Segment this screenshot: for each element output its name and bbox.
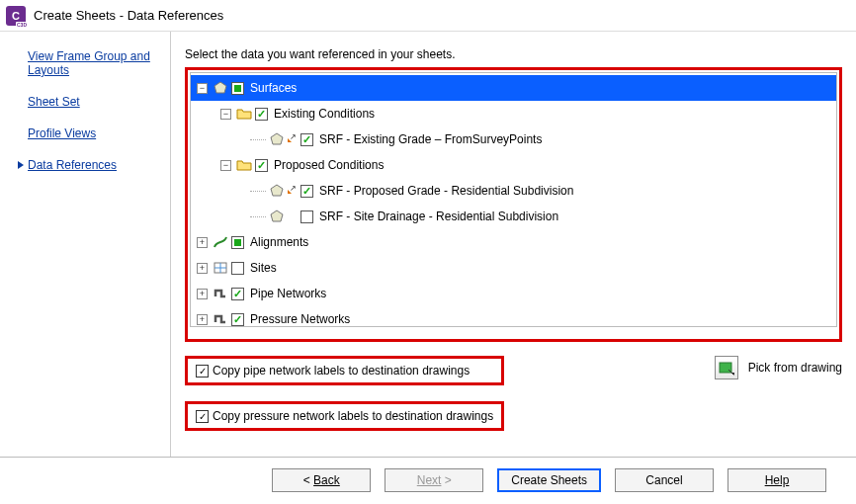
- cancel-button[interactable]: Cancel: [615, 468, 714, 492]
- pipe-network-icon: [212, 285, 229, 302]
- wizard-sidebar: View Frame Group and Layouts Sheet Set P…: [0, 32, 170, 457]
- svg-marker-2: [271, 185, 283, 196]
- tree-node-pressure-networks[interactable]: + Pressure Networks: [191, 306, 836, 327]
- tree-node-surfaces[interactable]: − Surfaces: [191, 75, 836, 101]
- option-label: Copy pressure network labels to destinat…: [213, 409, 493, 423]
- surface-icon: [268, 130, 286, 148]
- shortcut-ref-icon: [288, 134, 298, 144]
- nav-data-references[interactable]: Data References: [18, 158, 160, 172]
- tree-node-srf-existing-grade[interactable]: SRF - Existing Grade – FromSurveyPoints: [191, 126, 836, 152]
- surface-icon: [268, 208, 286, 225]
- wizard-footer: < Back Next > Create Sheets Cancel Help: [0, 457, 856, 502]
- window-title: Create Sheets - Data References: [34, 8, 223, 23]
- expand-toggle[interactable]: +: [197, 289, 208, 299]
- node-label: Surfaces: [250, 81, 297, 95]
- node-label: SRF - Proposed Grade - Residential Subdi…: [319, 184, 573, 198]
- svg-marker-1: [271, 133, 283, 144]
- folder-icon: [235, 105, 253, 123]
- tree-node-sites[interactable]: + Sites: [191, 255, 836, 281]
- nav-view-frame-group[interactable]: View Frame Group and Layouts: [18, 49, 160, 77]
- surface-icon: [212, 79, 229, 97]
- tree-node-srf-proposed-grade[interactable]: SRF - Proposed Grade - Residential Subdi…: [191, 178, 836, 204]
- sites-icon: [212, 259, 229, 277]
- checkbox-pipe-networks[interactable]: [231, 288, 244, 300]
- next-button: Next >: [385, 468, 483, 492]
- tree-node-proposed-conditions[interactable]: − Proposed Conditions: [191, 152, 836, 178]
- nav-sheet-set[interactable]: Sheet Set: [18, 95, 160, 109]
- collapse-toggle[interactable]: −: [220, 109, 231, 120]
- checkbox-pressure-networks[interactable]: [231, 313, 244, 326]
- pick-label: Pick from drawing: [748, 361, 842, 375]
- tree-node-srf-site-drainage[interactable]: SRF - Site Drainage - Residential Subdiv…: [191, 204, 836, 229]
- checkbox-surfaces[interactable]: [231, 82, 244, 95]
- checkbox-srf-drainage[interactable]: [300, 210, 313, 223]
- title-bar: C Create Sheets - Data References: [0, 0, 856, 32]
- surface-icon: [268, 182, 286, 200]
- alignment-icon: [212, 233, 229, 251]
- copy-pressure-labels-option[interactable]: ✓ Copy pressure network labels to destin…: [190, 406, 499, 426]
- checkbox-sites[interactable]: [231, 262, 244, 275]
- node-label: Existing Conditions: [274, 107, 375, 121]
- expand-toggle[interactable]: +: [197, 263, 208, 274]
- node-label: Sites: [250, 261, 277, 275]
- checkbox-existing[interactable]: [255, 108, 268, 121]
- node-label: SRF - Site Drainage - Residential Subdiv…: [319, 210, 558, 223]
- pick-from-drawing-icon[interactable]: [715, 356, 738, 379]
- tree-node-existing-conditions[interactable]: − Existing Conditions: [191, 101, 836, 126]
- svg-marker-0: [214, 82, 226, 93]
- main-area: View Frame Group and Layouts Sheet Set P…: [0, 32, 856, 457]
- nav-label: View Frame Group and Layouts: [28, 49, 160, 77]
- nav-label: Profile Views: [28, 126, 96, 140]
- data-tree[interactable]: − Surfaces − Existing Conditions: [190, 72, 837, 327]
- expand-toggle[interactable]: +: [197, 314, 208, 325]
- create-sheets-button[interactable]: Create Sheets: [497, 468, 601, 492]
- copy-pipe-labels-option[interactable]: ✓ Copy pipe network labels to destinatio…: [190, 361, 475, 380]
- checkbox-srf-proposed[interactable]: [300, 185, 313, 198]
- nav-profile-views[interactable]: Profile Views: [18, 126, 160, 140]
- node-label: Pressure Networks: [250, 312, 350, 326]
- checkbox-proposed[interactable]: [255, 159, 268, 172]
- highlight-box-copy-pressure: ✓ Copy pressure network labels to destin…: [185, 401, 504, 431]
- help-button[interactable]: Help: [728, 468, 826, 492]
- folder-icon: [235, 156, 253, 174]
- back-button[interactable]: < Back: [272, 468, 371, 492]
- node-label: Alignments: [250, 235, 308, 249]
- pick-from-drawing[interactable]: Pick from drawing: [715, 356, 842, 379]
- checkbox-copy-pipe[interactable]: ✓: [196, 365, 209, 378]
- checkbox-alignments[interactable]: [231, 236, 244, 249]
- checkbox-srf-existing[interactable]: [300, 133, 313, 146]
- svg-marker-3: [271, 210, 283, 221]
- collapse-toggle[interactable]: −: [220, 160, 231, 171]
- nav-label: Data References: [28, 158, 117, 172]
- nav-label: Sheet Set: [28, 95, 80, 109]
- shortcut-ref-icon: [288, 186, 298, 196]
- highlight-box-copy-pipe: ✓ Copy pipe network labels to destinatio…: [185, 356, 504, 385]
- option-label: Copy pipe network labels to destination …: [213, 364, 470, 378]
- pressure-network-icon: [212, 310, 229, 327]
- active-indicator-icon: [18, 161, 24, 169]
- tree-node-alignments[interactable]: + Alignments: [191, 229, 836, 255]
- node-label: Pipe Networks: [250, 287, 326, 300]
- node-label: Proposed Conditions: [274, 158, 384, 172]
- checkbox-copy-pressure[interactable]: ✓: [196, 410, 209, 423]
- collapse-toggle[interactable]: −: [197, 83, 208, 94]
- content-panel: Select the data you want referenced in y…: [170, 32, 856, 457]
- node-label: SRF - Existing Grade – FromSurveyPoints: [319, 132, 542, 146]
- tree-node-pipe-networks[interactable]: + Pipe Networks: [191, 281, 836, 306]
- expand-toggle[interactable]: +: [197, 237, 208, 248]
- instruction-text: Select the data you want referenced in y…: [185, 47, 842, 61]
- app-icon: C: [6, 6, 26, 26]
- highlight-box-tree: − Surfaces − Existing Conditions: [185, 67, 842, 342]
